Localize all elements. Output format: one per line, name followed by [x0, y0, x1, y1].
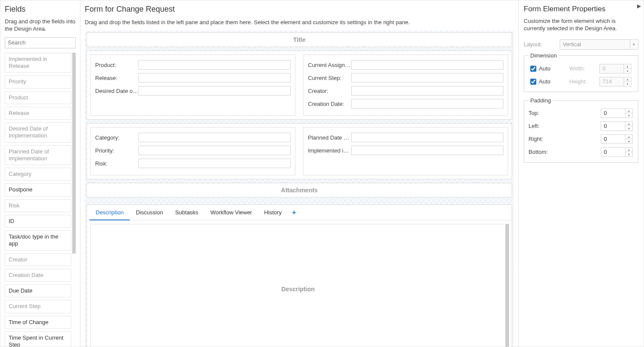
padding-top-spinner[interactable]: ▲▼: [625, 108, 633, 118]
attachments-header: Attachments: [87, 183, 512, 197]
form-field-row[interactable]: Product:: [95, 59, 291, 70]
field-item[interactable]: Desired Date of Implementation: [5, 122, 71, 143]
field-item[interactable]: Time Spent in Current Step: [5, 331, 71, 347]
field-item[interactable]: Release: [5, 107, 71, 120]
field-input[interactable]: [351, 86, 503, 96]
layout-row: Layout: ▼: [524, 38, 638, 51]
arrow-up-icon[interactable]: ▲: [625, 109, 632, 114]
form-field-row[interactable]: Implemented in ...: [308, 145, 503, 156]
padding-top-input[interactable]: [601, 108, 625, 118]
field-input[interactable]: [351, 73, 503, 83]
field-input[interactable]: [138, 86, 291, 96]
field-item[interactable]: Product: [5, 91, 71, 104]
auto-width-checkbox[interactable]: [530, 66, 536, 72]
padding-bottom-input[interactable]: [601, 147, 625, 157]
arrow-down-icon[interactable]: ▼: [624, 82, 631, 86]
tabs-block[interactable]: DescriptionDiscussionSubtasksWorkflow Vi…: [87, 204, 512, 347]
padding-right-spinner[interactable]: ▲▼: [625, 134, 633, 144]
group1-right[interactable]: Current Assignee:Current Step:Creator:Cr…: [303, 54, 508, 116]
field-label: Category:: [95, 134, 138, 141]
group1-left[interactable]: Product:Release:Desired Date of I...: [90, 54, 295, 116]
field-input[interactable]: [351, 99, 503, 108]
field-input[interactable]: [351, 60, 503, 70]
field-item[interactable]: Creator: [5, 253, 71, 266]
form-field-row[interactable]: Category:: [95, 132, 291, 143]
tab-discussion[interactable]: Discussion: [130, 205, 169, 220]
form-field-row[interactable]: Release:: [95, 72, 291, 83]
field-item[interactable]: Current Step: [5, 300, 71, 313]
padding-bottom-spinner[interactable]: ▲▼: [625, 147, 633, 157]
field-item[interactable]: Priority: [5, 75, 71, 88]
form-field-row[interactable]: Creator:: [308, 85, 503, 96]
padding-right-input[interactable]: [601, 134, 625, 144]
design-area[interactable]: Title Product:Release:Desired Date of I.…: [85, 31, 514, 347]
form-field-row[interactable]: Risk:: [95, 158, 291, 169]
tab-description[interactable]: Description: [90, 205, 130, 220]
arrow-down-icon[interactable]: ▼: [624, 69, 631, 73]
padding-left-input[interactable]: [601, 121, 625, 131]
arrow-down-icon[interactable]: ▼: [625, 139, 632, 143]
form-field-row[interactable]: Desired Date of I...: [95, 85, 291, 96]
form-field-row[interactable]: Current Assignee:: [308, 59, 503, 70]
arrow-down-icon[interactable]: ▼: [625, 126, 632, 131]
tab-scrollbar[interactable]: [506, 224, 509, 347]
field-item[interactable]: Time of Change: [5, 316, 71, 329]
width-input[interactable]: [599, 64, 624, 73]
field-list-scrollbar[interactable]: [72, 53, 76, 254]
field-item[interactable]: Creation Date: [5, 269, 71, 282]
arrow-up-icon[interactable]: ▲: [625, 122, 632, 127]
field-item[interactable]: Task/doc type in the app: [5, 230, 71, 251]
search-input[interactable]: [5, 37, 76, 48]
collapse-icon[interactable]: ▶: [637, 3, 641, 9]
field-label: Priority:: [95, 147, 138, 154]
group2-left[interactable]: Category:Priority:Risk:: [90, 127, 295, 175]
attachments-block[interactable]: Attachments: [87, 183, 512, 197]
height-spinner[interactable]: ▲▼: [624, 77, 631, 86]
tab-history[interactable]: History: [258, 205, 288, 220]
field-item[interactable]: Postpone: [5, 183, 71, 196]
field-input[interactable]: [138, 60, 291, 70]
field-item[interactable]: Risk: [5, 199, 71, 212]
padding-top-label: Top:: [529, 110, 601, 116]
field-input[interactable]: [138, 146, 291, 155]
field-input[interactable]: [138, 133, 291, 142]
group2-right[interactable]: Planned Date of ...Implemented in ...: [303, 127, 508, 175]
add-tab-button[interactable]: +: [288, 209, 300, 216]
field-list-scroll-thumb[interactable]: [72, 53, 76, 254]
arrow-up-icon[interactable]: ▲: [625, 135, 632, 140]
tab-workflow-viewer[interactable]: Workflow Viewer: [204, 205, 258, 220]
field-input[interactable]: [351, 133, 503, 142]
form-field-row[interactable]: Planned Date of ...: [308, 132, 503, 143]
field-item[interactable]: ID: [5, 215, 71, 228]
description-placeholder[interactable]: Description: [90, 224, 506, 347]
field-list-wrap: Implemented in ReleasePriorityProductRel…: [5, 53, 76, 347]
field-item[interactable]: Implemented in Release: [5, 53, 71, 73]
field-item[interactable]: Category: [5, 168, 71, 181]
field-item[interactable]: Due Date: [5, 284, 71, 297]
arrow-up-icon[interactable]: ▲: [624, 77, 631, 82]
field-item[interactable]: Planned Date of Implementation: [5, 145, 71, 166]
form-field-row[interactable]: Priority:: [95, 145, 291, 156]
padding-left-spinner[interactable]: ▲▼: [625, 121, 633, 131]
arrow-down-icon[interactable]: ▼: [625, 152, 632, 156]
title-block[interactable]: Title: [87, 32, 512, 47]
arrow-down-icon[interactable]: ▼: [625, 113, 632, 118]
form-field-row[interactable]: Creation Date:: [308, 98, 503, 109]
group1[interactable]: Product:Release:Desired Date of I... Cur…: [87, 51, 512, 120]
arrow-up-icon[interactable]: ▲: [624, 64, 631, 69]
form-field-row[interactable]: Current Step:: [308, 72, 503, 83]
dimension-legend: Dimension: [529, 52, 558, 59]
height-input[interactable]: [599, 77, 624, 86]
group2[interactable]: Category:Priority:Risk: Planned Date of …: [87, 123, 512, 179]
center-panel: Form for Change Request Drag and drop th…: [80, 0, 518, 347]
field-input[interactable]: [138, 73, 291, 83]
tab-subtasks[interactable]: Subtasks: [169, 205, 204, 220]
field-input[interactable]: [138, 159, 291, 168]
auto-height-checkbox[interactable]: [530, 79, 536, 85]
width-spinner[interactable]: ▲▼: [624, 64, 631, 73]
layout-select[interactable]: [560, 39, 638, 50]
tab-scroll-thumb[interactable]: [506, 224, 509, 347]
padding-left-label: Left:: [529, 123, 601, 129]
arrow-up-icon[interactable]: ▲: [625, 148, 632, 153]
field-input[interactable]: [351, 146, 503, 155]
